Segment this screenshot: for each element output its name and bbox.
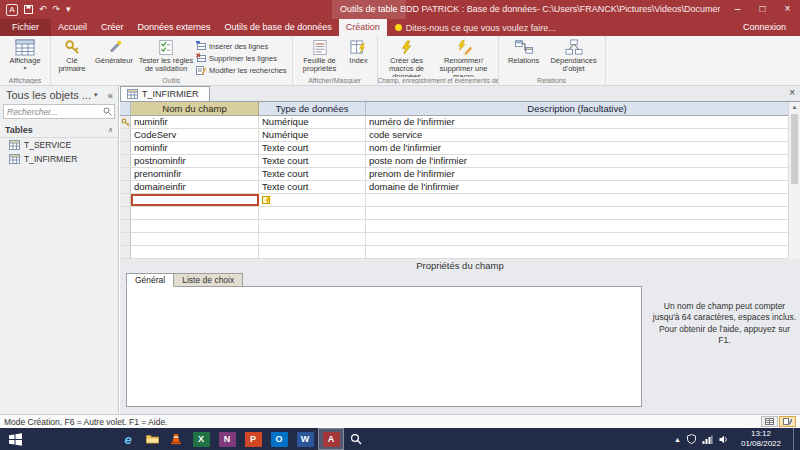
tab-outils-bdd[interactable]: Outils de base de données [218,19,339,36]
vertical-scrollbar[interactable]: ▲ [788,102,800,259]
tab-fichier[interactable]: Fichier [0,19,51,36]
field-name-cell[interactable] [131,246,259,258]
modifier-recherches-button[interactable]: Modifier les recherches [196,65,287,75]
tab-creer[interactable]: Créer [94,19,131,36]
field-name-cell[interactable]: prenominfir [131,168,259,180]
renommer-macro-button[interactable]: Renommer/ supprimer une macro [433,37,495,77]
search-taskbar-icon[interactable] [344,428,368,450]
field-type-cell[interactable]: Texte court [259,168,366,180]
row-selector[interactable] [120,181,131,193]
field-name-cell[interactable]: CodeServ [131,129,259,141]
field-desc-cell[interactable] [366,194,788,206]
minimize-button[interactable]: – [725,0,750,19]
security-tray-icon[interactable] [687,434,696,444]
field-desc-cell[interactable] [366,207,788,219]
row-selector[interactable] [120,155,131,167]
generateur-button[interactable]: Générateur [90,37,138,77]
feuille-proprietes-button[interactable]: Feuille de propriétés [296,37,344,77]
scrollbar-thumb[interactable] [791,114,798,184]
tab-donnees-externes[interactable]: Données externes [131,19,218,36]
inserer-lignes-button[interactable]: Insérer des lignes [196,41,287,51]
volume-tray-icon[interactable] [719,435,729,444]
grid-corner-cell[interactable] [120,102,131,115]
column-header-type-de-donnees[interactable]: Type de données [259,102,366,115]
field-desc-cell[interactable]: numéro de l'infirmier [366,116,788,128]
row-selector[interactable] [120,220,131,232]
taskbar-app-access[interactable]: A [319,429,343,449]
field-desc-cell[interactable]: nom de l'infirmier [366,142,788,154]
field-name-cell[interactable]: postnominfir [131,155,259,167]
document-tab-t-infirmier[interactable]: T_INFIRMIER [120,86,210,101]
hidden-icons-arrow[interactable]: ▲ [674,436,681,443]
field-properties-grid[interactable] [126,286,642,407]
active-cell[interactable] [131,194,259,206]
field-type-cell[interactable] [259,207,366,219]
nav-item-t-infirmier[interactable]: T_INFIRMIER [0,152,118,166]
maximize-button[interactable]: □ [750,0,775,19]
collapse-chevron-icon[interactable]: ∧ [108,126,113,134]
tester-regles-button[interactable]: Tester les règles de validation [138,37,194,77]
taskbar-app-word[interactable]: W [293,429,317,449]
cle-primaire-button[interactable]: Clé primaire [54,37,90,77]
start-button[interactable] [0,428,30,450]
field-type-cell[interactable]: Numérique [259,129,366,141]
row-selector[interactable] [120,116,131,128]
nav-section-tables[interactable]: Tables ∧ [0,120,118,138]
taskbar-app-outlook[interactable]: O [267,429,291,449]
relations-button[interactable]: Relations [502,37,546,77]
search-input[interactable] [4,107,101,117]
row-selector[interactable] [120,194,131,206]
network-tray-icon[interactable] [702,435,713,444]
field-name-cell[interactable]: nominfir [131,142,259,154]
undo-icon[interactable]: ↶ [39,5,47,14]
column-header-nom-du-champ[interactable]: Nom du champ [131,102,259,115]
search-icon[interactable] [101,107,114,116]
creer-macros-button[interactable]: Créer des macros de données ▾ [381,37,433,77]
row-selector[interactable] [120,129,131,141]
field-type-cell[interactable] [259,246,366,258]
affichage-button[interactable]: Affichage ▾ [3,37,47,77]
internet-explorer-icon[interactable]: e [116,428,140,450]
supprimer-lignes-button[interactable]: Supprimer les lignes [196,53,287,63]
index-button[interactable]: Index [344,37,374,77]
field-type-cell[interactable] [259,220,366,232]
field-name-cell[interactable] [131,220,259,232]
field-desc-cell[interactable]: code service [366,129,788,141]
field-name-cell[interactable] [131,207,259,219]
file-explorer-icon[interactable] [140,428,164,450]
field-type-cell[interactable]: Texte court [259,181,366,193]
design-view-button[interactable] [779,416,796,427]
row-selector[interactable] [120,246,131,258]
scroll-up-icon[interactable]: ▲ [789,102,800,113]
taskbar-app-onenote[interactable]: N [215,429,239,449]
dependances-button[interactable]: Dépendances d'objet [546,37,602,77]
taskbar-app-excel[interactable]: X [189,429,213,449]
field-name-cell[interactable] [131,233,259,245]
field-name-cell[interactable]: domaineinfir [131,181,259,193]
field-type-cell[interactable]: Numérique [259,116,366,128]
field-desc-cell[interactable]: prenom de l'infirmier [366,168,788,180]
datasheet-view-button[interactable] [761,416,778,427]
field-type-cell[interactable] [259,233,366,245]
field-desc-cell[interactable]: domaine de l'infirmier [366,181,788,193]
save-icon[interactable] [24,5,33,14]
row-selector[interactable] [120,207,131,219]
column-header-description[interactable]: Description (facultative) [366,102,788,115]
taskbar-app-powerpoint[interactable]: P [241,429,265,449]
nav-item-t-service[interactable]: T_SERVICE [0,138,118,152]
document-close-icon[interactable]: × [789,87,795,98]
tell-me-box[interactable]: Dites-nous ce que vous voulez faire... [387,19,564,36]
taskbar-clock[interactable]: 13:12 01/08/2022 [735,429,787,449]
vlc-icon[interactable] [164,428,188,450]
row-selector[interactable] [120,233,131,245]
field-type-cell[interactable] [259,194,366,206]
row-selector[interactable] [120,168,131,180]
nav-menu-icon[interactable]: ▾ [94,91,98,99]
property-update-options-icon[interactable] [262,195,272,205]
account-sign-in[interactable]: Connexion [729,19,800,36]
tab-creation[interactable]: Création [339,19,387,36]
shutter-bar-icon[interactable]: « [107,90,113,101]
field-desc-cell[interactable]: poste nom de l'infirmier [366,155,788,167]
redo-icon[interactable]: ↷ [53,5,61,14]
close-button[interactable]: × [775,0,800,19]
